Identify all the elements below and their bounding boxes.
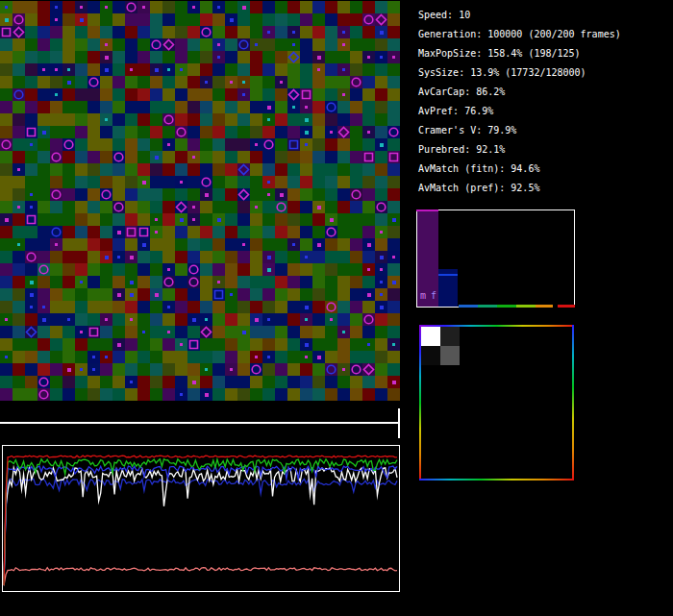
history-chart-canvas: [3, 446, 399, 591]
world-grid-canvas[interactable]: [0, 1, 400, 401]
stat-line-av-car-cap: AvCarCap: 86.2%: [418, 83, 621, 102]
matrix-edge-right: [572, 325, 574, 480]
sex-marker-f: [438, 274, 458, 276]
stat-line-sys-size: SysSize: 13.9% (17732/128000): [418, 63, 621, 83]
hue-strip: [459, 305, 575, 308]
sex-histogram: mf: [416, 209, 575, 308]
sex-label-m: m: [420, 291, 426, 301]
stat-line-av-match-fitn: AvMatch (fitn): 94.6%: [418, 160, 621, 179]
sex-label-f: f: [431, 291, 436, 301]
stat-line-av-match-pref: AvMatch (pref): 92.5%: [418, 179, 621, 198]
stat-line-av-pref: AvPref: 76.9%: [418, 102, 621, 121]
matrix-cell-1-0: [421, 346, 440, 365]
stat-line-generation: Generation: 100000 (200/200 frames): [418, 25, 621, 44]
app-root: { "app": { "background": "#000000", "for…: [0, 0, 673, 616]
stat-line-max-pop-size: MaxPopSize: 158.4% (198/125): [418, 44, 621, 63]
stat-line-purebred: Purebred: 92.1%: [418, 140, 621, 160]
stats-panel: Speed: 10Generation: 100000 (200/200 fra…: [418, 6, 621, 198]
matrix-cell-0-0: [421, 327, 440, 346]
history-chart-frame: [2, 445, 400, 592]
matrix-edge-bottom: [419, 479, 574, 480]
frame-progress-track[interactable]: [0, 422, 399, 424]
sex-marker-m: [416, 209, 438, 211]
matrix-cell-1-1: [440, 346, 460, 365]
stat-line-speed: Speed: 10: [418, 6, 621, 25]
frame-progress-handle[interactable]: [398, 408, 400, 438]
stat-line-cramers-v: Cramer's V: 79.9%: [418, 121, 621, 140]
matrix-cell-0-1: [440, 327, 460, 346]
mating-matrix: [419, 325, 574, 480]
